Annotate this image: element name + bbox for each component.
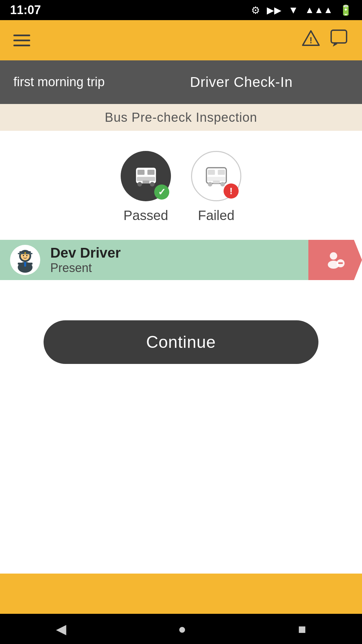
driver-name: Dev Driver — [50, 245, 121, 261]
warning-triangle-svg: ! — [302, 29, 320, 48]
passed-option[interactable]: ✓ Passed — [121, 151, 171, 223]
app-bar-actions: ! — [302, 29, 349, 52]
driver-info: Dev Driver Present — [0, 240, 308, 280]
continue-button[interactable]: Continue — [44, 320, 318, 364]
settings-icon: ⚙ — [251, 4, 260, 16]
app-bar: ! — [0, 20, 362, 60]
svg-rect-25 — [18, 263, 22, 265]
recents-button[interactable]: ■ — [298, 622, 306, 637]
hamburger-line-2 — [13, 40, 30, 41]
svg-rect-2 — [331, 30, 347, 43]
sub-header: Bus Pre-check Inspection — [0, 104, 362, 131]
failed-label: Failed — [198, 208, 235, 223]
driver-avatar-svg — [12, 247, 39, 273]
svg-rect-32 — [338, 262, 343, 264]
nav-bar: ◀ ● ■ — [0, 614, 362, 644]
remove-driver-svg — [325, 250, 345, 270]
svg-point-28 — [26, 255, 27, 256]
svg-rect-13 — [218, 169, 225, 174]
hamburger-menu-button[interactable] — [13, 35, 30, 46]
svg-rect-6 — [147, 169, 154, 174]
svg-point-9 — [150, 182, 155, 186]
main-content: ✓ Passed ! Failed — [0, 131, 362, 574]
passed-circle: ✓ — [121, 151, 171, 201]
passed-badge: ✓ — [154, 184, 169, 200]
driver-row: Dev Driver Present — [0, 240, 362, 280]
failed-option[interactable]: ! Failed — [191, 151, 241, 223]
svg-rect-12 — [208, 169, 215, 174]
driver-status: Present — [50, 261, 121, 275]
remove-driver-button[interactable] — [308, 240, 362, 280]
failed-badge: ! — [224, 183, 239, 199]
trip-name: first morning trip — [13, 74, 134, 90]
sub-header-text: Bus Pre-check Inspection — [105, 110, 257, 125]
page-title: Driver Check-In — [134, 74, 349, 90]
svg-text:!: ! — [309, 35, 312, 45]
svg-point-29 — [330, 252, 337, 260]
back-button[interactable]: ◀ — [56, 621, 66, 637]
svg-point-15 — [208, 182, 213, 186]
home-button[interactable]: ● — [178, 622, 186, 637]
passed-label: Passed — [123, 208, 168, 223]
driver-details: Dev Driver Present — [50, 245, 121, 275]
driver-avatar — [10, 245, 40, 275]
svg-rect-5 — [137, 169, 144, 174]
header-info-bar: first morning trip Driver Check-In — [0, 60, 362, 104]
wifi-icon: ▼ — [288, 4, 298, 16]
failed-circle: ! — [191, 151, 241, 201]
status-bar: 11:07 ⚙ ▶▶ ▼ ▲▲▲ 🔋 — [0, 0, 362, 20]
hamburger-line-1 — [13, 35, 30, 36]
svg-rect-24 — [24, 262, 26, 267]
remove-driver-icon — [325, 250, 345, 270]
battery-icon: 🔋 — [340, 4, 352, 16]
hamburger-line-3 — [13, 45, 30, 46]
chat-icon[interactable] — [330, 29, 349, 52]
bottom-yellow-bar — [0, 574, 362, 614]
signal-icon: ▲▲▲ — [305, 5, 333, 15]
chat-bubble-svg — [330, 29, 349, 48]
svg-rect-7 — [137, 177, 155, 181]
inspection-options: ✓ Passed ! Failed — [121, 151, 241, 223]
svg-rect-14 — [207, 177, 225, 181]
status-time: 11:07 — [10, 3, 41, 17]
svg-rect-10 — [142, 180, 149, 183]
svg-point-16 — [220, 182, 225, 186]
svg-point-8 — [137, 182, 142, 186]
status-icons: ⚙ ▶▶ ▼ ▲▲▲ 🔋 — [251, 4, 352, 16]
forward-icon: ▶▶ — [267, 5, 282, 16]
svg-rect-26 — [28, 263, 33, 265]
continue-button-label: Continue — [146, 332, 216, 352]
warning-icon[interactable]: ! — [302, 29, 320, 52]
bus-passed-icon — [132, 162, 160, 191]
svg-rect-17 — [213, 180, 220, 183]
svg-point-27 — [23, 255, 24, 256]
